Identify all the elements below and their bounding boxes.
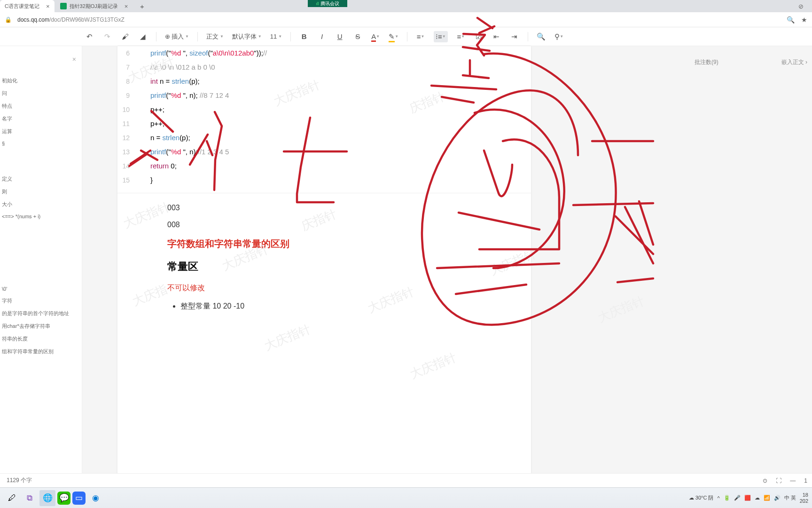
sidebar-item[interactable]: 组和字符串常量的区别 bbox=[0, 345, 78, 358]
system-tray: ☁ 30°C 阴 ^ 🔋 🎤 🟥 ☁ 📶 🔊 中 英 18202 bbox=[689, 492, 808, 503]
tray-shield-icon[interactable]: 🟥 bbox=[744, 495, 751, 501]
heading-difference: 字符数组和字符串常量的区别 bbox=[167, 238, 531, 250]
sidebar-item[interactable]: <==> *(nums + i) bbox=[0, 211, 78, 222]
minus-icon[interactable]: — bbox=[790, 477, 796, 484]
lock-icon[interactable]: 🔒 bbox=[5, 16, 12, 23]
align-button[interactable]: ≡ ▼ bbox=[416, 31, 425, 42]
paragraph: 003 bbox=[167, 204, 531, 212]
size-select[interactable]: 11 ▼ bbox=[270, 33, 282, 40]
sidebar-item[interactable]: 的是字符串的首个字符的地址 bbox=[0, 307, 78, 320]
workspace: × 初始化 问 特点 名字 运算 § 定义 则 大小 <==> *(nums +… bbox=[0, 46, 812, 487]
taskbar-vs-icon[interactable]: ⧉ bbox=[22, 490, 38, 506]
url-path: /doc/DRW96bWJSTG13TGxZ bbox=[49, 16, 125, 23]
comments-count[interactable]: 批注数(9) bbox=[695, 58, 718, 66]
underline-button[interactable]: U bbox=[335, 31, 344, 42]
tray-mic-icon[interactable]: 🎤 bbox=[734, 495, 741, 501]
address-bar-row: 🔒 docs.qq.com/doc/DRW96bWJSTG13TGxZ 🔍 ★ bbox=[0, 12, 812, 27]
outdent-button[interactable]: ⇤ bbox=[492, 31, 501, 42]
taskbar-chrome-icon[interactable]: 🌐 bbox=[39, 490, 55, 506]
right-panel: 批注数(9) 嵌入正文 › bbox=[690, 46, 812, 66]
italic-button[interactable]: I bbox=[317, 31, 327, 42]
url-domain: docs.qq.com bbox=[17, 16, 49, 23]
clear-format-button[interactable]: ◢ bbox=[138, 31, 148, 42]
tab-2[interactable]: 指针32期OJ刷题记录 × bbox=[55, 0, 133, 12]
tab-2-title: 指针32期OJ刷题记录 bbox=[70, 3, 118, 10]
url-actions: 🔍 ★ bbox=[787, 16, 807, 24]
meeting-label: 腾讯会议 bbox=[320, 0, 339, 7]
sidebar-item[interactable]: 特点 bbox=[0, 100, 78, 112]
address-bar[interactable]: docs.qq.com/doc/DRW96bWJSTG13TGxZ bbox=[17, 16, 781, 23]
bullet-list-button[interactable]: ⁝≡ ▼ bbox=[434, 31, 448, 42]
heading-const-area: 常量区 bbox=[167, 260, 531, 274]
strike-button[interactable]: S bbox=[353, 31, 362, 42]
text-color-button[interactable]: A ▼ bbox=[371, 31, 380, 42]
taskbar-edge-icon[interactable]: ◉ bbox=[87, 490, 103, 506]
undo-button[interactable]: ↶ bbox=[85, 31, 94, 42]
status-bar: 1129 个字 ⊙ ⛶ — 1 bbox=[0, 473, 812, 487]
sidebar-item[interactable]: § bbox=[0, 138, 78, 149]
prose-content[interactable]: 003 008 字符数组和字符串常量的区别 常量区 不可以修改 整型常量 10 … bbox=[117, 193, 531, 311]
taskbar-wechat-icon[interactable]: 💬 bbox=[57, 492, 70, 505]
tray-wifi-icon[interactable]: 📶 bbox=[764, 495, 770, 501]
list-item: 整型常量 10 20 -10 bbox=[180, 302, 531, 311]
style-select[interactable]: 正文 ▼ bbox=[206, 32, 224, 41]
meeting-bar[interactable]: ıll 腾讯会议 bbox=[308, 0, 347, 7]
sidebar-item[interactable]: 定义 bbox=[0, 173, 78, 185]
taskbar-pen-icon[interactable]: 🖊 bbox=[4, 490, 20, 506]
bold-button[interactable]: B bbox=[299, 31, 309, 42]
embed-toggle[interactable]: 嵌入正文 › bbox=[781, 58, 807, 66]
tab-1[interactable]: C语言课堂笔记 × bbox=[0, 0, 55, 12]
zoom-icon[interactable]: 🔍 bbox=[787, 16, 795, 24]
new-tab-button[interactable]: + bbox=[136, 0, 148, 12]
tray-up-icon[interactable]: ^ bbox=[717, 495, 719, 501]
close-icon[interactable]: × bbox=[46, 3, 50, 10]
redo-button[interactable]: ↷ bbox=[102, 31, 112, 42]
tab-1-title: C语言课堂笔记 bbox=[5, 3, 39, 10]
taskbar: 🖊 ⧉ 🌐 💬 ▭ ◉ ☁ 30°C 阴 ^ 🔋 🎤 🟥 ☁ 📶 🔊 中 英 1… bbox=[0, 487, 812, 508]
code-block: 6printf("%d ", sizeof("a\0\n\012ab0"));/… bbox=[117, 46, 531, 193]
sidebar-item[interactable]: 问 bbox=[0, 87, 78, 100]
sheets-icon bbox=[60, 3, 67, 9]
outline-sidebar: × 初始化 问 特点 名字 运算 § 定义 则 大小 <==> *(nums +… bbox=[0, 46, 82, 487]
tray-clock[interactable]: 18202 bbox=[800, 492, 808, 503]
play-icon[interactable]: ⊙ bbox=[763, 477, 767, 484]
sidebar-item[interactable]: 用char*去存储字符串 bbox=[0, 320, 78, 333]
paragraph: 008 bbox=[167, 221, 531, 229]
search-button[interactable]: 🔍 bbox=[537, 31, 546, 42]
insert-button[interactable]: ⊕ 插入 ▼ bbox=[165, 32, 189, 41]
tray-ime[interactable]: 中 英 bbox=[784, 494, 796, 501]
format-paint-button[interactable]: 🖌 bbox=[120, 31, 130, 42]
paragraph-red: 不可以修改 bbox=[167, 283, 531, 293]
word-count: 1129 个字 bbox=[7, 476, 32, 484]
sidebar-close-icon[interactable]: × bbox=[72, 56, 76, 63]
document-canvas[interactable]: 6printf("%d ", sizeof("a\0\n\012ab0"));/… bbox=[117, 46, 531, 487]
browser-tabs: C语言课堂笔记 × 指针32期OJ刷题记录 × + ⊘ bbox=[0, 0, 812, 12]
sidebar-item[interactable]: 名字 bbox=[0, 112, 78, 125]
sidebar-item[interactable]: 初始化 bbox=[0, 74, 78, 87]
sidebar-item[interactable]: 大小 bbox=[0, 198, 78, 211]
fullscreen-icon[interactable]: ⛶ bbox=[776, 477, 781, 484]
weather-widget[interactable]: ☁ 30°C 阴 bbox=[689, 494, 714, 501]
sidebar-item[interactable]: 则 bbox=[0, 185, 78, 198]
number-list-button[interactable]: ≡ ▼ bbox=[456, 31, 466, 42]
checklist-button[interactable]: ☑ bbox=[474, 31, 484, 42]
location-button[interactable]: ⚲ ▼ bbox=[554, 31, 564, 42]
sidebar-item[interactable]: \0' bbox=[0, 283, 78, 294]
tray-sound-icon[interactable]: 🔊 bbox=[774, 495, 781, 501]
taskbar-meeting-icon[interactable]: ▭ bbox=[72, 492, 86, 505]
signal-icon: ıll bbox=[316, 1, 319, 6]
sidebar-item[interactable]: 运算 bbox=[0, 125, 78, 138]
tray-cloud-icon[interactable]: ☁ bbox=[755, 495, 760, 501]
sidebar-item[interactable]: 字符 bbox=[0, 294, 78, 307]
window-close-icon[interactable]: ⊘ bbox=[798, 3, 804, 10]
highlight-button[interactable]: ✎ ▼ bbox=[389, 31, 398, 42]
star-icon[interactable]: ★ bbox=[801, 16, 807, 24]
num-icon: 1 bbox=[804, 477, 807, 484]
sidebar-item[interactable]: 符串的长度 bbox=[0, 333, 78, 345]
tray-battery-icon[interactable]: 🔋 bbox=[724, 495, 730, 501]
close-icon[interactable]: × bbox=[125, 3, 128, 10]
indent-button[interactable]: ⇥ bbox=[510, 31, 519, 42]
font-select[interactable]: 默认字体 ▼ bbox=[232, 32, 262, 41]
editor-toolbar: ↶ ↷ 🖌 ◢ ⊕ 插入 ▼ 正文 ▼ 默认字体 ▼ 11 ▼ B I U S … bbox=[0, 27, 812, 46]
